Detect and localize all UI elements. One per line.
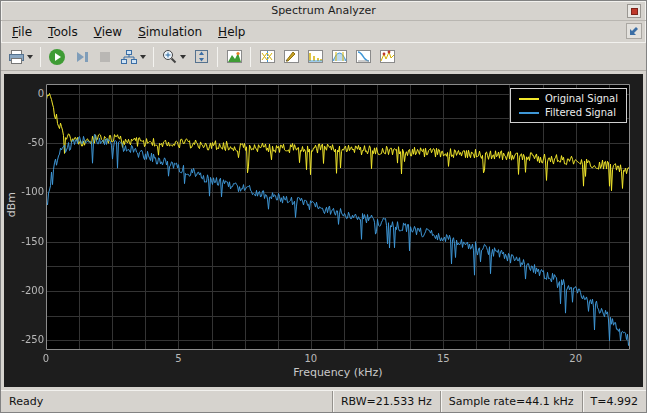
toolbar-separator [40,47,41,67]
ccdf-measurements-button[interactable] [351,45,375,69]
x-tick-label: 10 [296,353,326,365]
menu-tools[interactable]: Tools [40,23,86,41]
peak-finder-icon [379,49,396,64]
step-forward-icon [73,48,90,66]
y-tick-label: -150 [16,236,44,248]
menu-file[interactable]: File [4,23,40,41]
menu-help[interactable]: Help [210,23,253,41]
close-button[interactable] [627,4,641,18]
x-tick-label: 20 [561,353,591,365]
x-tick-label: 15 [428,353,458,365]
y-tick-label: -250 [16,334,44,346]
run-button[interactable] [45,45,69,69]
legend[interactable]: Original SignalFiltered Signal [510,88,627,123]
spectrum-settings-button[interactable] [222,45,246,69]
channel-measurements-icon [331,49,348,64]
channel-measurements-button[interactable] [327,45,351,69]
run-icon [48,48,66,66]
spectrum-plot[interactable] [46,84,630,350]
plot-frame: dBm Frequency (kHz) 0-50-100-150-200-250… [1,71,646,390]
spectrum-settings-icon [226,49,243,64]
spectrum-analyzer-window: Spectrum Analyzer FileToolsViewSimulatio… [0,0,647,413]
distortion-measurements-button[interactable] [303,45,327,69]
statusbar: Ready RBW=21.533 Hz Sample rate=44.1 kHz… [1,390,646,412]
spectral-mask-icon [283,49,300,64]
dropdown-caret-icon [27,55,33,59]
status-rbw: RBW=21.533 Hz [332,391,440,412]
plot-region: dBm Frequency (kHz) 0-50-100-150-200-250… [4,74,643,387]
toolbar-separator [153,47,154,67]
close-icon [631,8,638,15]
dropdown-caret-icon [140,55,146,59]
zoom-icon [161,48,178,65]
peak-finder-button[interactable] [375,45,399,69]
export-icon [8,49,25,65]
distortion-measurements-icon [307,49,324,64]
x-tick-label: 0 [31,353,61,365]
legend-label: Filtered Signal [545,107,616,118]
legend-item: Original Signal [519,93,618,104]
x-axis-label: Frequency (kHz) [46,366,630,379]
window-title: Spectrum Analyzer [271,4,376,17]
x-tick-label: 5 [163,353,193,365]
cursor-measurements-button[interactable] [255,45,279,69]
status-ready: Ready [1,391,332,412]
layout-button[interactable] [117,45,149,69]
zoom-button[interactable] [158,45,189,69]
dropdown-caret-icon [180,55,186,59]
toolbar-separator [250,47,251,67]
legend-swatch [519,112,539,114]
fit-to-view-icon [193,48,210,65]
step-forward-button[interactable] [69,45,93,69]
stop-button[interactable] [93,45,117,69]
status-sample-rate: Sample rate=44.1 kHz [440,391,582,412]
fit-to-view-button[interactable] [189,45,213,69]
legend-swatch [519,98,539,100]
y-tick-label: 0 [16,88,44,100]
legend-label: Original Signal [545,93,618,104]
menu-items: FileToolsViewSimulationHelp [4,23,253,41]
dock-button[interactable] [626,23,642,39]
dock-arrow-icon [629,26,639,36]
stop-icon [97,49,113,65]
menu-simulation[interactable]: Simulation [130,23,210,41]
menubar: FileToolsViewSimulationHelp [1,21,646,42]
export-button[interactable] [5,45,36,69]
y-tick-label: -100 [16,186,44,198]
y-tick-label: -200 [16,285,44,297]
legend-item: Filtered Signal [519,107,618,118]
toolbar-separator [217,47,218,67]
layout-icon [120,49,138,65]
ccdf-measurements-icon [355,49,372,64]
titlebar[interactable]: Spectrum Analyzer [1,1,646,21]
status-time: T=4.992 [582,391,646,412]
menu-view[interactable]: View [86,23,130,41]
y-tick-label: -50 [16,137,44,149]
toolbar [1,42,646,71]
cursor-measurements-icon [259,49,276,64]
spectral-mask-button[interactable] [279,45,303,69]
